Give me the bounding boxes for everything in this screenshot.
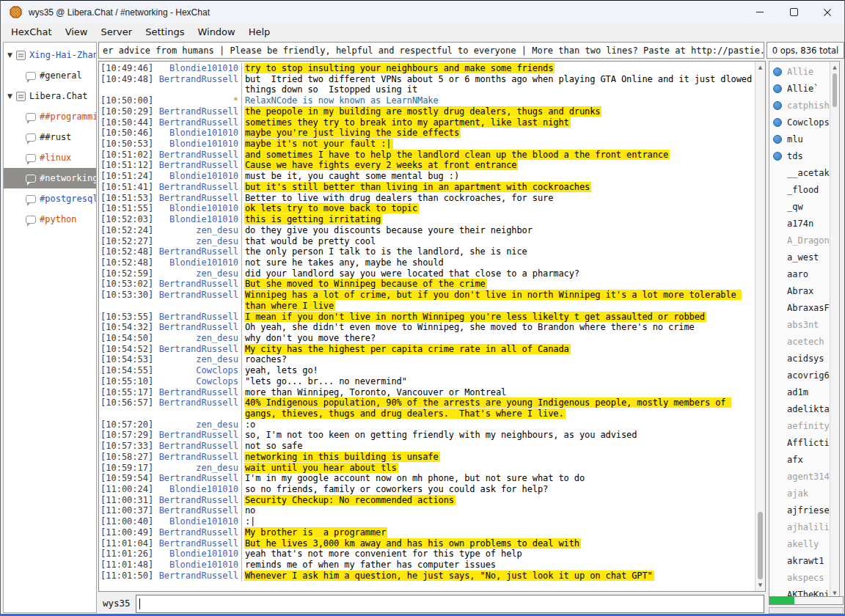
user-list-item[interactable]: abs3nt	[769, 316, 830, 333]
user-list-item[interactable]: ajak	[769, 485, 830, 502]
message-nick[interactable]: Cowclops	[150, 376, 241, 387]
message-nick[interactable]: zen_desu	[150, 268, 241, 279]
message-nick[interactable]: BertrandRussell	[150, 473, 241, 484]
message-nick[interactable]: Blondie101010	[150, 560, 241, 571]
user-list-item[interactable]: A_Dragon	[769, 232, 830, 249]
user-list-item[interactable]: _qw	[769, 198, 830, 215]
user-list-item[interactable]: Allie`	[769, 80, 830, 97]
user-list-item[interactable]: Abrax	[769, 282, 830, 299]
message-nick[interactable]: BertrandRussell	[150, 160, 241, 171]
message-nick[interactable]: BertrandRussell	[150, 344, 241, 355]
message-nick[interactable]: BertrandRussell	[150, 312, 241, 323]
user-list-item[interactable]: tds	[769, 147, 830, 164]
message-nick[interactable]: BertrandRussell	[150, 106, 241, 117]
user-list-item[interactable]: akrawt1	[769, 552, 830, 569]
chevron-down-icon[interactable]	[7, 51, 16, 59]
message-nick[interactable]: Blondie101010	[150, 139, 241, 150]
message-nick[interactable]: Blondie101010	[150, 257, 241, 268]
arrow-up-icon[interactable]	[830, 64, 839, 71]
chat-scrollbar-thumb[interactable]	[758, 512, 763, 579]
user-list-item[interactable]: Cowclops	[769, 114, 830, 131]
message-nick[interactable]: BertrandRussell	[150, 387, 241, 398]
channel-tree-row[interactable]: #networking	[4, 168, 96, 188]
channel-tree-row[interactable]: ##rust	[4, 127, 96, 147]
message-nick[interactable]: BertrandRussell	[150, 150, 241, 161]
user-list-item[interactable]: _flood	[769, 181, 830, 198]
message-nick[interactable]: BertrandRussell	[150, 441, 241, 452]
message-nick[interactable]: BertrandRussell	[150, 571, 241, 582]
channel-tree-row[interactable]: Xing-Hai-Zhan	[4, 45, 96, 65]
message-nick[interactable]: BertrandRussell	[150, 452, 241, 463]
message-nick[interactable]: Blondie101010	[150, 203, 241, 214]
user-list-item[interactable]: akelly	[769, 535, 830, 552]
channel-tree-row[interactable]: ##programming	[4, 106, 96, 127]
user-list-item[interactable]: Afflicti	[769, 434, 830, 451]
channel-tree-row[interactable]: Libera.Chat	[4, 86, 96, 106]
user-list-item[interactable]: acidsys	[769, 350, 830, 367]
message-nick[interactable]: zen_desu	[150, 419, 241, 430]
message-nick[interactable]: Blondie101010	[150, 63, 241, 74]
user-list-item[interactable]: akspecs	[769, 569, 830, 586]
menu-item[interactable]: Server	[94, 25, 139, 39]
arrow-up-icon[interactable]	[756, 64, 765, 71]
user-list-item[interactable]: __acetak	[769, 164, 830, 181]
chat-scrollbar[interactable]	[755, 62, 765, 591]
message-nick[interactable]: BertrandRussell	[150, 290, 241, 311]
channel-tree-row[interactable]: #linux	[4, 147, 96, 168]
user-list-item[interactable]: agent314	[769, 468, 830, 485]
message-nick[interactable]: zen_desu	[150, 354, 241, 365]
message-nick[interactable]: BertrandRussell	[150, 538, 241, 549]
close-button[interactable]	[811, 1, 844, 23]
message-nick[interactable]: BertrandRussell	[150, 430, 241, 441]
user-list-item[interactable]: ad1m	[769, 384, 830, 400]
message-nick[interactable]: BertrandRussell	[150, 322, 241, 333]
message-nick[interactable]: Blondie101010	[150, 484, 241, 495]
message-nick[interactable]: BertrandRussell	[150, 527, 241, 538]
menu-item[interactable]: Window	[191, 25, 241, 39]
message-nick[interactable]: BertrandRussell	[150, 397, 241, 419]
message-nick[interactable]: BertrandRussell	[150, 246, 241, 257]
chevron-down-icon[interactable]	[7, 92, 16, 100]
channel-tree-row[interactable]: #postgresql	[4, 188, 96, 209]
user-list-item[interactable]: acetech	[769, 333, 830, 350]
message-nick[interactable]: Blondie101010	[150, 214, 241, 225]
message-nick[interactable]: BertrandRussell	[150, 279, 241, 290]
message-nick[interactable]: zen_desu	[150, 463, 241, 474]
message-nick[interactable]: zen_desu	[150, 333, 241, 344]
user-list-item[interactable]: aaro	[769, 265, 830, 282]
message-nick[interactable]: Blondie101010	[150, 549, 241, 560]
user-list-item[interactable]: acovrig6	[769, 367, 830, 384]
user-list-item[interactable]: ajfriese	[769, 502, 830, 518]
message-nick[interactable]: Blondie101010	[150, 171, 241, 182]
own-nick-label[interactable]: wys35	[103, 598, 131, 609]
topic-bar[interactable]: er advice from humans | Please be friend…	[98, 42, 764, 59]
minimize-button[interactable]	[743, 1, 777, 23]
menu-item[interactable]: HexChat	[4, 25, 59, 39]
menu-item[interactable]: Settings	[139, 25, 191, 39]
message-nick[interactable]: Blondie101010	[150, 128, 241, 139]
user-list-item[interactable]: a_west	[769, 249, 830, 265]
message-nick[interactable]: zen_desu	[150, 236, 241, 247]
title-bar[interactable]: wys35 @ Libera.Chat / #networking - HexC…	[1, 1, 844, 23]
message-nick[interactable]: *	[150, 95, 241, 106]
channel-tree-row[interactable]: #general	[4, 65, 96, 86]
message-nick[interactable]: BertrandRussell	[150, 74, 241, 95]
channel-tree-row[interactable]: #python	[4, 209, 96, 230]
message-nick[interactable]: BertrandRussell	[150, 193, 241, 204]
menu-item[interactable]: Help	[242, 25, 277, 39]
user-list-item[interactable]: catphish	[769, 97, 830, 114]
message-nick[interactable]: Blondie101010	[150, 516, 241, 527]
menu-item[interactable]: View	[59, 25, 95, 39]
user-list-item[interactable]: mlu	[769, 131, 830, 147]
userlist-scrollbar[interactable]	[830, 62, 839, 599]
user-list-item[interactable]: AbraxasF	[769, 299, 830, 316]
user-list-item[interactable]: a174n	[769, 215, 830, 232]
message-nick[interactable]: BertrandRussell	[150, 182, 241, 193]
user-list-item[interactable]: aefinity	[769, 417, 830, 434]
message-input[interactable]	[136, 595, 764, 613]
arrow-down-icon[interactable]	[756, 582, 765, 589]
maximize-button[interactable]	[777, 1, 811, 23]
message-nick[interactable]: BertrandRussell	[150, 505, 241, 516]
message-nick[interactable]: BertrandRussell	[150, 117, 241, 128]
user-list-item[interactable]: afx	[769, 451, 830, 468]
